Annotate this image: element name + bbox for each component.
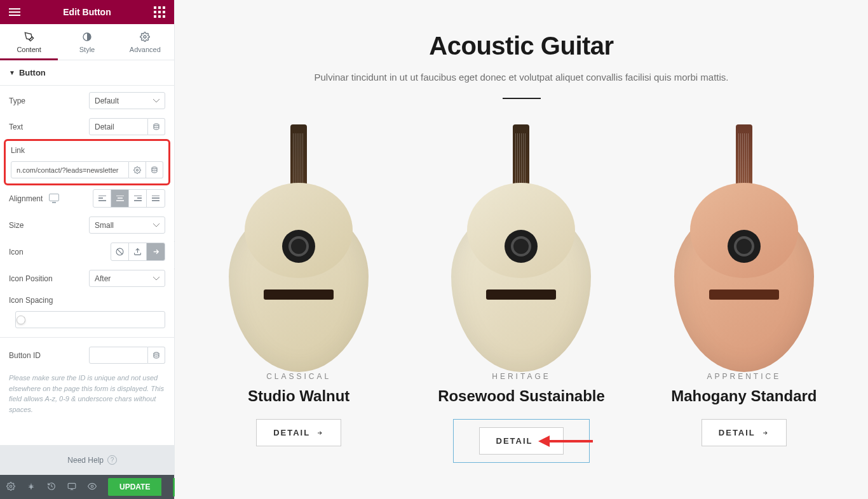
- help-icon[interactable]: ?: [107, 455, 117, 465]
- icon-position-select[interactable]: After: [89, 270, 165, 287]
- dynamic-icon[interactable]: [148, 118, 165, 135]
- size-select[interactable]: Small: [89, 216, 165, 234]
- history-icon[interactable]: [47, 482, 56, 493]
- tab-content[interactable]: Content: [0, 24, 58, 60]
- alignment-group: [93, 189, 165, 208]
- link-label: Link: [11, 146, 163, 155]
- icon-none[interactable]: [111, 243, 129, 260]
- page-subtitle: Pulvinar tincidunt in ut ut faucibus ege…: [200, 72, 843, 83]
- annotation-arrow: [538, 431, 595, 451]
- product-name: Mahogany Standard: [646, 387, 843, 405]
- size-label: Size: [9, 221, 89, 230]
- panel-tabs: Content Style Advanced: [0, 24, 174, 60]
- guitar-image: [668, 131, 820, 359]
- icon-group: [111, 243, 165, 261]
- product-card: CLASSICAL Studio Walnut DETAIL: [200, 131, 397, 463]
- align-center[interactable]: [111, 190, 129, 207]
- dynamic-link-icon[interactable]: [146, 161, 163, 178]
- help-row: Need Help ?: [0, 445, 174, 475]
- link-input[interactable]: [11, 161, 129, 178]
- category-label: HERITAGE: [423, 372, 620, 381]
- controls-panel: Type Default Text Link: [0, 86, 174, 445]
- alignment-label: Alignment: [9, 194, 93, 203]
- type-label: Type: [9, 96, 89, 105]
- products-row: CLASSICAL Studio Walnut DETAIL HERITAGE …: [200, 131, 843, 463]
- editor-sidebar: Edit Button Content Style Advanced ▼ But…: [0, 0, 175, 499]
- button-id-label: Button ID: [9, 351, 89, 360]
- preview-icon[interactable]: [88, 482, 97, 493]
- caret-down-icon: ▼: [9, 69, 15, 76]
- button-id-note: Please make sure the ID is unique and no…: [9, 373, 165, 415]
- svg-point-3: [137, 169, 139, 171]
- bottom-bar: UPDATE ▲: [0, 475, 174, 499]
- menu-icon[interactable]: [9, 8, 20, 16]
- align-left[interactable]: [93, 190, 111, 207]
- product-name: Studio Walnut: [200, 387, 397, 405]
- product-card: HERITAGE Rosewood Sustainable DETAIL: [423, 131, 620, 463]
- help-label[interactable]: Need Help: [67, 456, 104, 465]
- svg-point-6: [154, 352, 159, 354]
- tab-advanced[interactable]: Advanced: [116, 24, 174, 60]
- link-highlight-box: Link: [4, 139, 170, 185]
- icon-upload[interactable]: [129, 243, 147, 260]
- panel-title: Edit Button: [63, 7, 111, 17]
- svg-point-4: [152, 167, 157, 169]
- svg-point-7: [10, 485, 12, 488]
- svg-rect-8: [68, 483, 76, 488]
- detail-button[interactable]: DETAIL: [702, 419, 787, 446]
- align-justify[interactable]: [147, 190, 165, 207]
- link-options-icon[interactable]: [129, 161, 146, 178]
- responsive-icon[interactable]: [49, 194, 59, 201]
- icon-spacing-value[interactable]: [15, 311, 165, 328]
- product-card: APPRENTICE Mahogany Standard DETAIL: [646, 131, 843, 463]
- responsive-icon-bar[interactable]: [67, 482, 76, 493]
- button-id-input[interactable]: [89, 347, 148, 364]
- icon-arrow[interactable]: [147, 243, 165, 260]
- product-name: Rosewood Sustainable: [423, 387, 620, 405]
- sidebar-header: Edit Button: [0, 0, 174, 24]
- text-input[interactable]: [89, 118, 148, 135]
- icon-position-label: Icon Position: [9, 274, 89, 283]
- update-button[interactable]: UPDATE: [108, 478, 161, 496]
- icon-spacing-label: Icon Spacing: [9, 296, 165, 305]
- svg-point-9: [91, 485, 93, 488]
- guitar-image: [222, 131, 375, 359]
- selected-element-frame: DETAIL: [453, 419, 590, 463]
- icon-label: Icon: [9, 248, 111, 256]
- text-label: Text: [9, 123, 89, 131]
- type-select[interactable]: Default: [89, 92, 165, 109]
- settings-icon[interactable]: [6, 482, 15, 493]
- align-right[interactable]: [129, 190, 147, 207]
- widgets-icon[interactable]: [154, 6, 165, 18]
- page-title: Acoustic Guitar: [200, 32, 843, 60]
- detail-button[interactable]: DETAIL: [256, 419, 341, 446]
- category-label: APPRENTICE: [646, 372, 843, 381]
- canvas: Acoustic Guitar Pulvinar tincidunt in ut…: [175, 0, 868, 499]
- title-divider: [503, 98, 541, 99]
- dynamic-id-icon[interactable]: [148, 347, 165, 364]
- tab-style[interactable]: Style: [58, 24, 116, 60]
- svg-point-2: [154, 124, 159, 126]
- navigator-icon[interactable]: [27, 482, 36, 493]
- category-label: CLASSICAL: [200, 372, 397, 381]
- svg-point-1: [144, 36, 146, 38]
- section-button-header[interactable]: ▼ Button: [0, 60, 174, 86]
- guitar-image: [445, 131, 597, 359]
